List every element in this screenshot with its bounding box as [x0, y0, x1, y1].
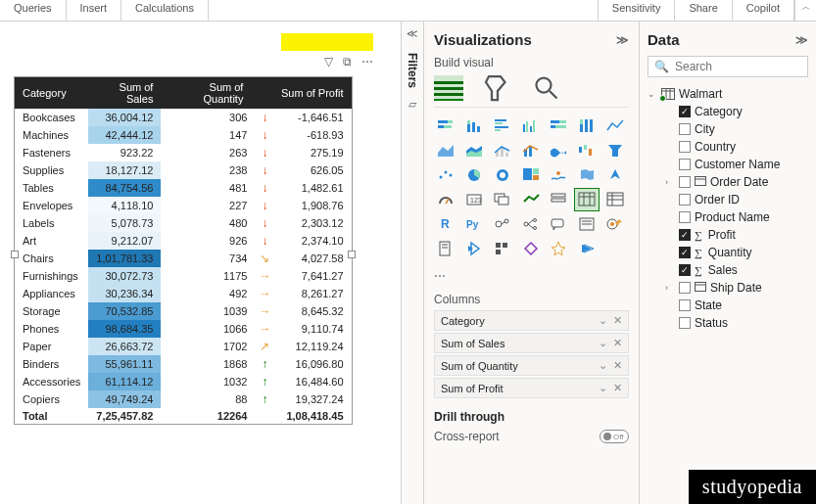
viz-slicer-icon[interactable]	[547, 189, 570, 210]
viz-card-icon[interactable]: 123	[462, 189, 486, 210]
table-row[interactable]: Tables84,754.56481↓1,482.61	[15, 179, 352, 197]
viz-paginated-icon[interactable]	[434, 238, 457, 259]
table-row[interactable]: Appliances30,236.34492→8,261.27	[15, 285, 352, 302]
field-item[interactable]: City	[648, 120, 808, 138]
field-checkbox[interactable]: ✓	[679, 106, 691, 117]
viz-clustered-bar-icon[interactable]	[491, 115, 514, 137]
viz-narrative-icon[interactable]	[575, 213, 599, 235]
field-checkbox[interactable]	[679, 141, 691, 153]
field-item[interactable]: ✓∑Sales	[648, 261, 808, 279]
field-checkbox[interactable]	[679, 159, 691, 170]
viz-multi-card-icon[interactable]	[491, 189, 514, 210]
viz-clustered-col-icon[interactable]	[519, 115, 543, 137]
tab-format[interactable]	[483, 75, 512, 101]
viz-power-auto-icon[interactable]	[462, 238, 486, 259]
header-profit[interactable]: Sum of Profit	[251, 77, 351, 109]
field-pill[interactable]: Category⌄✕	[434, 310, 629, 331]
viz-stacked-col-icon[interactable]	[462, 115, 486, 137]
viz-gauge-icon[interactable]	[434, 189, 457, 210]
header-category[interactable]: Category	[15, 77, 88, 109]
field-checkbox[interactable]	[679, 211, 691, 223]
viz-area-icon[interactable]	[434, 140, 457, 161]
field-pill[interactable]: Sum of Quantity⌄✕	[434, 355, 629, 376]
viz-line-stacked-col-icon[interactable]	[519, 140, 543, 161]
field-item[interactable]: Country	[648, 138, 808, 156]
field-item[interactable]: Product Name	[648, 208, 808, 226]
viz-py-visual-icon[interactable]: Py	[462, 213, 486, 235]
field-checkbox[interactable]	[679, 317, 691, 329]
field-item[interactable]: ✓Category	[648, 103, 808, 120]
field-checkbox[interactable]	[679, 299, 691, 311]
remove-field-icon[interactable]: ✕	[613, 382, 622, 394]
field-checkbox[interactable]	[679, 123, 691, 135]
tab-build[interactable]	[434, 75, 463, 101]
header-sales[interactable]: Sum of Sales	[88, 77, 161, 109]
ribbon-tab-calculations[interactable]: Calculations	[121, 0, 209, 21]
field-pill[interactable]: Sum of Sales⌄✕	[434, 333, 629, 353]
filter-icon[interactable]: ▽	[324, 55, 333, 69]
viz-kpi-icon[interactable]	[519, 189, 543, 210]
viz-goals-icon[interactable]	[603, 213, 627, 235]
table-visual[interactable]: Category Sum of Sales Sum of Quantity Su…	[14, 76, 353, 425]
viz-get-more-icon[interactable]	[575, 238, 599, 259]
viz-stacked-area-icon[interactable]	[462, 140, 486, 161]
collapse-data-pane-icon[interactable]: ≫	[795, 33, 808, 47]
table-row[interactable]: Chairs1,01,781.33734↘4,027.58	[15, 250, 352, 267]
fields-search[interactable]: 🔍	[648, 56, 808, 77]
field-checkbox[interactable]	[679, 176, 691, 188]
field-item[interactable]: ›Order Date	[648, 173, 808, 191]
viz-key-influencers-icon[interactable]	[491, 213, 514, 235]
ribbon-tab-share[interactable]: Share	[675, 0, 732, 21]
chevron-down-icon[interactable]: ⌄	[599, 314, 607, 327]
field-checkbox[interactable]	[679, 194, 691, 206]
table-row[interactable]: Accessories61,114.121032↑16,484.60	[15, 373, 352, 390]
remove-field-icon[interactable]: ✕	[613, 314, 622, 327]
remove-field-icon[interactable]: ✕	[613, 359, 622, 372]
viz-treemap-icon[interactable]	[519, 164, 543, 186]
report-canvas[interactable]: ▽ ⧉ ⋯ Category Sum of Sales Sum of Quant…	[0, 22, 401, 504]
field-item[interactable]: ✓∑Profit	[648, 226, 808, 244]
viz-ribbon-icon[interactable]	[547, 140, 570, 161]
table-row[interactable]: Furnishings30,072.731175→7,641.27	[15, 267, 352, 285]
ribbon-tab-sensitivity[interactable]: Sensitivity	[598, 0, 676, 21]
field-item[interactable]: ✓∑Quantity	[648, 244, 808, 261]
collapse-viz-pane-icon[interactable]: ≫	[616, 33, 629, 47]
ribbon-tab-insert[interactable]: Insert	[67, 0, 122, 21]
viz-scatter-icon[interactable]	[434, 164, 457, 186]
viz-donut-icon[interactable]	[491, 164, 514, 186]
table-row[interactable]: Machines42,444.12147↓-618.93	[15, 126, 352, 144]
filters-pane-collapsed[interactable]: ≪ Filters ▱	[401, 22, 424, 504]
viz-funnel-icon[interactable]	[603, 140, 627, 161]
viz-decomp-tree-icon[interactable]	[519, 213, 543, 235]
viz-waterfall-icon[interactable]	[575, 140, 599, 161]
field-item[interactable]: State	[648, 297, 808, 314]
field-checkbox[interactable]: ✓	[679, 247, 691, 258]
viz-more-icon[interactable]: ⋯	[434, 267, 629, 289]
field-item[interactable]: ›Ship Date	[648, 279, 808, 297]
viz-100-bar-icon[interactable]	[547, 115, 570, 137]
viz-table-icon[interactable]	[575, 189, 599, 210]
viz-r-visual-icon[interactable]: R	[434, 213, 457, 235]
viz-qa-icon[interactable]	[547, 213, 570, 235]
tab-analytics[interactable]	[532, 75, 561, 101]
chevron-down-icon[interactable]: ⌄	[599, 359, 607, 372]
viz-line-col-icon[interactable]	[491, 140, 514, 161]
table-row[interactable]: Fasteners923.22263↓275.19	[15, 144, 352, 161]
table-row[interactable]: Envelopes4,118.10227↓1,908.76	[15, 197, 352, 214]
table-row[interactable]: Paper26,663.721702↗12,119.24	[15, 338, 352, 355]
ribbon-tab-copilot[interactable]: Copilot	[733, 0, 794, 21]
viz-power-apps-icon[interactable]	[519, 238, 543, 259]
field-item[interactable]: Order ID	[648, 191, 808, 208]
viz-stacked-bar-icon[interactable]	[434, 115, 457, 137]
columns-well[interactable]: Category⌄✕Sum of Sales⌄✕Sum of Quantity⌄…	[434, 310, 629, 398]
table-row[interactable]: Phones98,684.351066→9,110.74	[15, 320, 352, 338]
table-row[interactable]: Art9,212.07926↓2,374.10	[15, 232, 352, 250]
table-row[interactable]: Storage70,532.851039→8,645.32	[15, 302, 352, 320]
viz-azure-map-icon[interactable]	[603, 164, 627, 186]
more-options-icon[interactable]: ⋯	[361, 55, 373, 69]
viz-spark-icon[interactable]	[547, 238, 570, 259]
field-item[interactable]: Status	[648, 314, 808, 332]
cross-report-toggle[interactable]: Off	[600, 430, 629, 443]
viz-filled-map-icon[interactable]	[575, 164, 599, 186]
table-row[interactable]: Binders55,961.111868↑16,096.80	[15, 355, 352, 373]
